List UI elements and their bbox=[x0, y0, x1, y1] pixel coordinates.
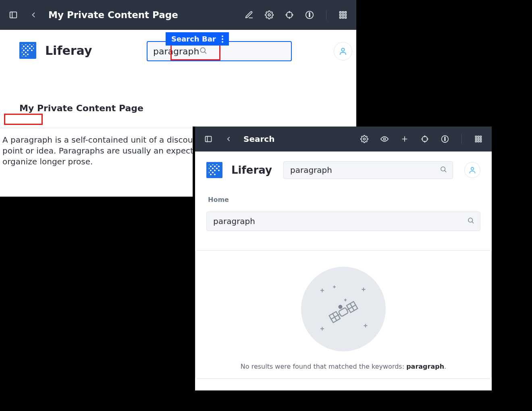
content-heading: My Private Content Page bbox=[19, 103, 337, 113]
pencil-icon[interactable] bbox=[244, 10, 254, 20]
info-icon[interactable] bbox=[440, 134, 450, 144]
svg-point-22 bbox=[341, 48, 344, 51]
target-icon[interactable] bbox=[284, 10, 295, 20]
svg-point-49 bbox=[468, 218, 473, 222]
svg-point-10 bbox=[309, 12, 310, 13]
fragment-label-tag[interactable]: Search Bar bbox=[166, 32, 229, 46]
svg-rect-14 bbox=[340, 14, 341, 16]
svg-point-20 bbox=[201, 48, 206, 52]
page-title: My Private Content Page bbox=[48, 10, 178, 20]
svg-point-46 bbox=[441, 167, 445, 171]
svg-rect-18 bbox=[342, 17, 344, 19]
svg-rect-37 bbox=[476, 136, 477, 137]
svg-line-21 bbox=[205, 52, 206, 54]
search-page-body: Liferay Home bbox=[195, 152, 492, 241]
back-icon[interactable] bbox=[28, 10, 39, 20]
search-icon[interactable] bbox=[199, 46, 207, 56]
results-search-input[interactable] bbox=[212, 216, 467, 226]
svg-rect-39 bbox=[480, 136, 481, 137]
site-name: Liferay bbox=[231, 164, 272, 176]
svg-rect-41 bbox=[478, 138, 479, 139]
site-name: Liferay bbox=[45, 44, 92, 58]
svg-rect-9 bbox=[309, 14, 310, 17]
svg-rect-23 bbox=[206, 136, 212, 141]
svg-rect-38 bbox=[478, 136, 479, 137]
eye-icon[interactable] bbox=[379, 134, 390, 144]
site-header-row: Liferay bbox=[206, 161, 480, 179]
svg-rect-35 bbox=[445, 138, 445, 141]
svg-rect-12 bbox=[342, 12, 344, 13]
highlighted-keyword: paragraph bbox=[10, 135, 52, 145]
fragment-label-text: Search Bar bbox=[171, 35, 216, 43]
svg-point-25 bbox=[364, 138, 366, 140]
info-icon[interactable] bbox=[304, 10, 315, 20]
svg-rect-43 bbox=[476, 141, 477, 142]
search-results-page: Search Liferay bbox=[195, 127, 492, 390]
search-input-value[interactable]: paragraph bbox=[153, 46, 199, 56]
gear-icon[interactable] bbox=[264, 10, 274, 20]
results-card: No results were found that matched the k… bbox=[195, 250, 492, 379]
liferay-logo-icon bbox=[19, 42, 36, 59]
svg-point-2 bbox=[268, 14, 270, 16]
no-results-keyword: paragraph bbox=[406, 363, 444, 370]
svg-point-48 bbox=[471, 167, 474, 170]
svg-rect-15 bbox=[342, 14, 344, 16]
search-icon[interactable] bbox=[440, 166, 447, 174]
svg-line-71 bbox=[338, 315, 339, 315]
svg-rect-44 bbox=[478, 141, 479, 142]
svg-rect-11 bbox=[340, 12, 341, 13]
search-icon[interactable] bbox=[467, 217, 474, 226]
plus-icon[interactable] bbox=[399, 134, 410, 144]
svg-line-47 bbox=[445, 170, 446, 172]
svg-line-72 bbox=[348, 309, 349, 309]
svg-rect-40 bbox=[476, 138, 477, 139]
svg-rect-17 bbox=[340, 17, 341, 19]
gear-icon[interactable] bbox=[359, 134, 370, 144]
search-toolbar: Search bbox=[195, 127, 492, 152]
user-avatar[interactable] bbox=[464, 162, 480, 178]
user-avatar[interactable] bbox=[334, 42, 352, 60]
back-icon[interactable] bbox=[223, 134, 234, 144]
sidebar-toggle-icon[interactable] bbox=[203, 134, 214, 144]
site-logo-row: Liferay bbox=[206, 162, 272, 178]
toolbar-separator bbox=[461, 134, 462, 144]
no-results-message: No results were found that matched the k… bbox=[241, 363, 446, 370]
target-icon[interactable] bbox=[420, 134, 430, 144]
svg-point-36 bbox=[445, 137, 445, 138]
empty-state-illustration bbox=[301, 267, 386, 351]
svg-rect-42 bbox=[480, 138, 481, 139]
svg-rect-19 bbox=[345, 17, 347, 19]
results-search-bar[interactable] bbox=[206, 212, 480, 231]
svg-point-26 bbox=[384, 138, 386, 140]
liferay-logo-icon bbox=[206, 162, 222, 178]
header-search-input[interactable] bbox=[289, 165, 440, 175]
toolbar-separator bbox=[326, 10, 326, 20]
page-title: Search bbox=[243, 134, 274, 144]
svg-rect-13 bbox=[345, 12, 347, 13]
more-vert-icon[interactable] bbox=[222, 35, 223, 43]
svg-rect-45 bbox=[480, 141, 481, 142]
svg-line-69 bbox=[350, 303, 354, 310]
svg-line-66 bbox=[332, 313, 337, 320]
apps-grid-icon[interactable] bbox=[473, 134, 484, 144]
apps-grid-icon[interactable] bbox=[338, 10, 348, 20]
svg-rect-63 bbox=[339, 307, 349, 317]
header-search-bar[interactable] bbox=[283, 161, 453, 179]
svg-line-50 bbox=[472, 222, 473, 223]
breadcrumb[interactable]: Home bbox=[208, 196, 480, 203]
svg-rect-0 bbox=[10, 12, 17, 18]
sidebar-toggle-icon[interactable] bbox=[8, 10, 19, 20]
editor-toolbar: My Private Content Page bbox=[0, 0, 356, 30]
svg-rect-16 bbox=[345, 14, 347, 16]
